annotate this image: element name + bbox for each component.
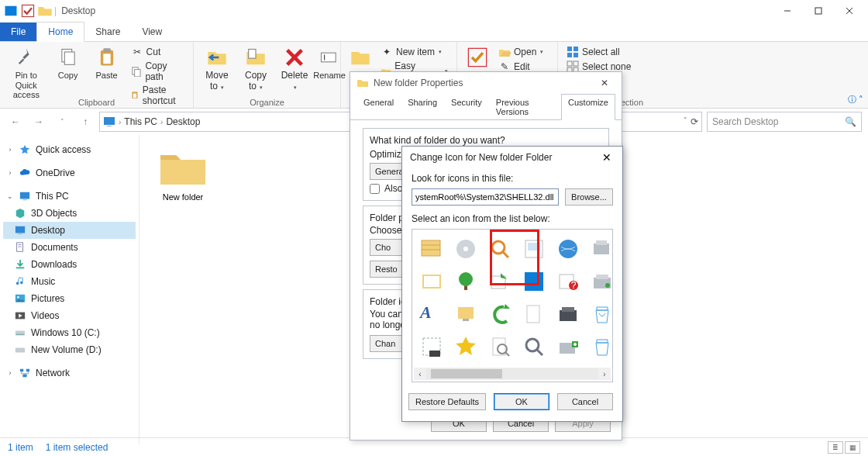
breadcrumb-thispc[interactable]: This PC — [124, 116, 157, 127]
maximize-button[interactable] — [803, 0, 834, 22]
qat-checkbox-icon[interactable] — [20, 3, 36, 19]
tab-general[interactable]: General — [356, 94, 401, 120]
sidebar-item-3dobjects[interactable]: 3D Objects — [3, 205, 136, 222]
open-button[interactable]: Open▾ — [496, 45, 546, 59]
delete-button[interactable]: Delete ▾ — [277, 45, 312, 97]
icon-option[interactable] — [519, 267, 549, 296]
icon-option[interactable] — [451, 299, 480, 329]
svg-rect-73 — [458, 307, 474, 319]
new-item-button[interactable]: ✦New item▾ — [378, 45, 450, 59]
breadcrumb-desktop[interactable]: Desktop — [166, 116, 200, 127]
icon-option[interactable] — [553, 332, 583, 361]
icon-option[interactable] — [519, 234, 549, 264]
addr-dropdown-icon[interactable]: ˅ — [684, 116, 687, 127]
icon-option[interactable] — [417, 267, 446, 296]
up-button[interactable]: ↑ — [76, 112, 95, 131]
browse-button[interactable]: Browse... — [565, 188, 613, 206]
list-item[interactable]: New folder — [152, 147, 214, 202]
icon-option[interactable] — [485, 234, 515, 264]
sidebar-item-documents[interactable]: Documents — [3, 239, 136, 256]
cut-button[interactable]: ✂Cut — [129, 45, 187, 59]
icon-path-input[interactable] — [412, 188, 559, 206]
chevron-right-icon[interactable]: › — [119, 118, 121, 126]
ribbon-collapse-icon[interactable]: ⓘ ˄ — [848, 94, 863, 105]
copy-to-button[interactable]: Copy to ▾ — [239, 45, 273, 97]
tab-view[interactable]: View — [131, 22, 173, 41]
change-icon-title: Change Icon for New folder Folder — [410, 152, 599, 163]
close-button[interactable] — [834, 0, 865, 22]
tab-previous-versions[interactable]: Previous Versions — [489, 94, 561, 120]
icon-option[interactable] — [451, 234, 480, 264]
icon-option[interactable] — [485, 267, 515, 296]
icon-option[interactable] — [587, 299, 617, 329]
tab-sharing[interactable]: Sharing — [401, 94, 444, 120]
addr-refresh-icon[interactable]: ⟳ — [691, 116, 698, 127]
sidebar-quick-access[interactable]: ›Quick access — [3, 141, 136, 158]
icon-option[interactable] — [451, 267, 480, 296]
icon-option[interactable] — [553, 234, 583, 264]
sidebar-item-drive-d[interactable]: New Volume (D:) — [3, 341, 136, 358]
select-all-button[interactable]: Select all — [564, 45, 633, 59]
chevron-right-icon[interactable]: › — [160, 118, 163, 126]
svg-rect-71 — [596, 275, 608, 279]
scroll-left-icon[interactable]: ‹ — [414, 370, 426, 378]
search-input[interactable]: Search Desktop 🔍 — [707, 112, 862, 132]
tab-customize[interactable]: Customize — [561, 94, 615, 120]
sidebar-item-downloads[interactable]: Downloads — [3, 256, 136, 273]
videos-icon — [14, 309, 26, 322]
view-icons-button[interactable]: ▦ — [845, 441, 860, 454]
sidebar-item-videos[interactable]: Videos — [3, 307, 136, 324]
icon-scrollbar[interactable]: ‹ › — [414, 368, 611, 380]
copy-path-button[interactable]: Copy path — [129, 60, 187, 83]
icon-option[interactable] — [553, 299, 583, 329]
icon-list[interactable]: ? A ‹ › — [412, 229, 613, 382]
icon-option[interactable] — [417, 234, 446, 264]
icon-option[interactable] — [485, 299, 515, 329]
icon-option[interactable] — [451, 332, 480, 361]
icon-option[interactable] — [519, 332, 549, 361]
svg-rect-16 — [249, 50, 256, 59]
tab-share[interactable]: Share — [84, 22, 131, 41]
svg-line-82 — [505, 352, 509, 356]
icon-option[interactable] — [587, 234, 617, 264]
icon-option[interactable] — [587, 267, 617, 296]
sidebar-onedrive[interactable]: ›OneDrive — [3, 164, 136, 181]
change-icon-close-button[interactable]: ✕ — [599, 151, 615, 164]
change-icon-ok-button[interactable]: OK — [494, 393, 549, 410]
restore-defaults-button[interactable]: Restore Defaults — [408, 393, 486, 410]
icon-option[interactable] — [417, 332, 446, 361]
open-icon — [498, 46, 511, 58]
recent-button[interactable]: ˅ — [53, 112, 71, 131]
copy-button[interactable]: Copy — [51, 45, 85, 97]
svg-rect-39 — [16, 268, 25, 269]
icon-option[interactable] — [519, 299, 549, 329]
minimize-button[interactable] — [772, 0, 803, 22]
paste-button[interactable]: Paste — [90, 45, 124, 97]
pin-to-quick-access[interactable]: Pin to Quick access — [6, 45, 46, 97]
view-details-button[interactable]: ≣ — [828, 441, 843, 454]
pictures-icon — [14, 292, 26, 305]
tab-security[interactable]: Security — [444, 94, 489, 120]
scroll-right-icon[interactable]: › — [598, 370, 611, 378]
change-icon-cancel-button[interactable]: Cancel — [557, 393, 613, 410]
svg-rect-26 — [567, 61, 572, 66]
sidebar-item-music[interactable]: Music — [3, 273, 136, 290]
icon-option[interactable] — [587, 332, 617, 361]
properties-close-button[interactable]: ✕ — [594, 78, 615, 88]
sidebar-item-drive-c[interactable]: Windows 10 (C:) — [3, 324, 136, 341]
icon-option[interactable] — [485, 332, 515, 361]
sidebar-item-desktop[interactable]: Desktop — [3, 222, 136, 239]
sidebar-network[interactable]: ›Network — [3, 364, 136, 382]
icon-option[interactable]: A — [417, 299, 446, 329]
tab-file[interactable]: File — [0, 22, 36, 41]
scroll-thumb[interactable] — [431, 369, 502, 378]
forward-button[interactable]: → — [29, 112, 48, 131]
sidebar-item-pictures[interactable]: Pictures — [3, 290, 136, 307]
rename-button[interactable]: Rename — [316, 45, 343, 97]
tab-home[interactable]: Home — [36, 22, 84, 42]
sidebar-thispc[interactable]: ⌄This PC — [3, 188, 136, 205]
also-apply-checkbox[interactable] — [370, 184, 380, 194]
move-to-button[interactable]: Move to ▾ — [200, 45, 234, 97]
icon-option[interactable]: ? — [553, 267, 583, 296]
back-button[interactable]: ← — [6, 112, 25, 131]
